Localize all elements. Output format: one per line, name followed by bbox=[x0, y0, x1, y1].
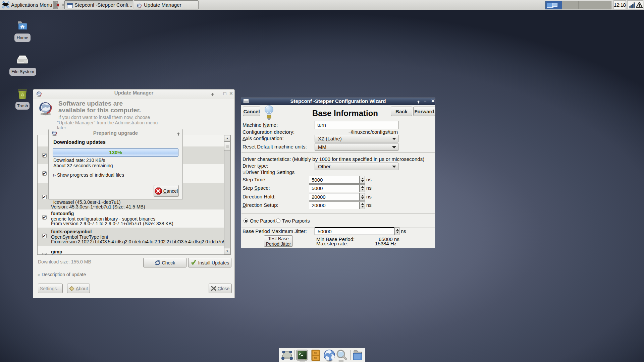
svg-text:♻: ♻ bbox=[20, 93, 24, 98]
